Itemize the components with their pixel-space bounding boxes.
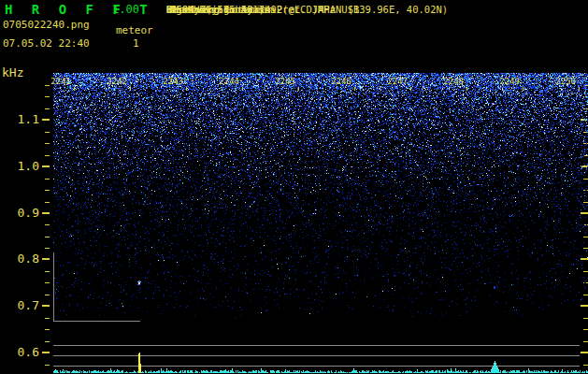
freq-minor-tick-left <box>45 271 50 272</box>
freq-minor-tick-left <box>45 108 50 109</box>
minute-tick <box>74 87 75 91</box>
time-tick-label: 2250 <box>554 76 576 87</box>
spectrogram-canvas <box>53 73 588 374</box>
time-tick-label: 2244 <box>218 76 239 87</box>
minute-tick <box>410 87 411 91</box>
freq-minor-tick-left <box>45 143 50 144</box>
minute-tick <box>579 87 580 91</box>
freq-minor-tick-left <box>45 318 50 319</box>
freq-major-tick-left <box>42 212 50 214</box>
hrofft-window: H R O F F T 1.00 0705022240.png meteor 0… <box>0 0 588 374</box>
freq-tick-label: 1.1 <box>6 113 39 125</box>
freq-major-tick-left <box>42 258 50 260</box>
freq-minor-tick-left <box>45 282 50 283</box>
info-value: A504HB(yagi 4el) <box>170 4 265 16</box>
freq-minor-tick-left <box>45 237 50 237</box>
datetime-label: 07.05.02 22:40 <box>3 37 90 50</box>
freq-tick-label: 1.0 <box>6 160 39 172</box>
freq-minor-tick-left <box>45 190 50 191</box>
freq-axis-unit: kHz <box>2 65 23 79</box>
time-tick-label: 2243 <box>162 76 183 87</box>
time-tick-label: 2249 <box>498 76 520 87</box>
minute-tick <box>354 87 355 91</box>
minute-tick <box>466 87 467 91</box>
minute-tick <box>130 87 131 91</box>
time-tick-label: 2247 <box>386 76 408 87</box>
minute-tick <box>186 87 187 91</box>
output-filename: 0705022240.png <box>3 19 90 31</box>
app-version: 1.00 <box>112 3 139 16</box>
freq-minor-tick-left <box>45 248 50 249</box>
mode-label: meteor <box>116 24 153 36</box>
freq-minor-tick-left <box>45 202 50 203</box>
freq-minor-tick-left <box>45 329 50 330</box>
freq-minor-tick-left <box>45 365 50 366</box>
freq-tick-label: 0.6 <box>6 346 39 358</box>
freq-minor-tick-left <box>45 224 50 225</box>
freq-major-tick-left <box>42 119 50 121</box>
freq-minor-tick-left <box>45 179 50 180</box>
freq-minor-tick-left <box>45 132 50 133</box>
freq-tick-label: 0.8 <box>6 252 39 265</box>
freq-minor-tick-left <box>45 155 50 156</box>
time-tick-label: 2246 <box>330 76 351 87</box>
minute-tick <box>523 87 523 91</box>
minute-tick <box>242 87 243 91</box>
freq-tick-label: 0.9 <box>6 207 39 219</box>
freq-tick-label: 0.7 <box>6 299 39 311</box>
freq-major-tick-left <box>42 165 50 167</box>
freq-major-tick-left <box>42 305 50 307</box>
plot-left-border <box>53 252 54 322</box>
time-tick-label: 2245 <box>274 76 295 87</box>
time-tick-label: 2242 <box>106 76 127 87</box>
time-tick-label: 2248 <box>442 76 464 87</box>
meteor-count: 1 <box>133 37 139 50</box>
freq-minor-tick-left <box>45 341 50 342</box>
time-tick-label: 2241 <box>50 76 71 87</box>
minute-tick <box>298 87 299 91</box>
freq-minor-tick-left <box>45 295 50 295</box>
freq-major-tick-left <box>42 352 50 353</box>
freq-minor-tick-left <box>45 96 50 97</box>
